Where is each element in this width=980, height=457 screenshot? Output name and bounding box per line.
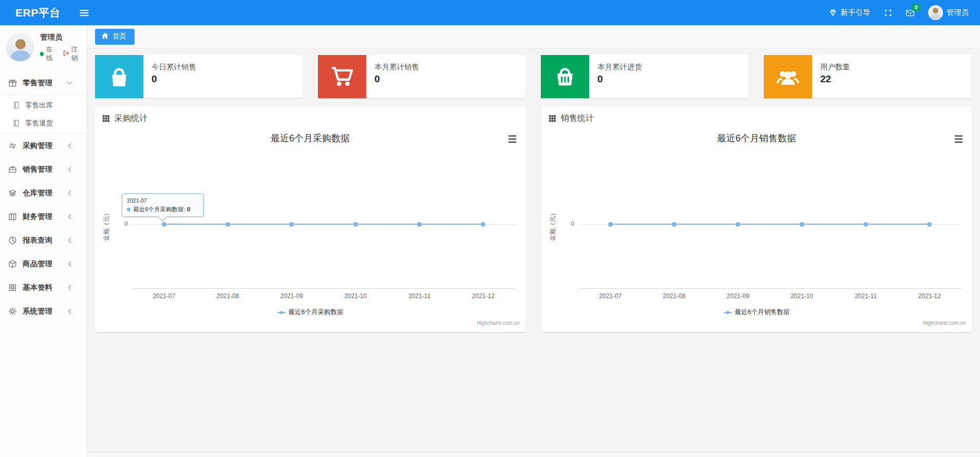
x-axis-label: 2021-12 — [472, 293, 495, 300]
legend-item[interactable]: 最近6个月销售数据 — [546, 308, 967, 317]
sidebar-subitem-0-0[interactable]: 零售出库 — [0, 96, 87, 114]
stat-card-label: 今日累计销售 — [152, 62, 196, 72]
sidebar-item-4[interactable]: 财务管理 — [0, 205, 87, 228]
data-point[interactable] — [353, 222, 358, 227]
sidebar-user-panel: 管理员 在线 注销 — [0, 25, 87, 71]
repeat-icon — [8, 141, 17, 150]
legend-label: 最近6个月采购数据 — [289, 308, 344, 317]
chevron-left-icon — [65, 260, 74, 268]
stat-card-label: 用户数量 — [820, 62, 850, 72]
sidebar-menu: 零售管理零售出库零售退货采购管理销售管理仓库管理财务管理报表查询商品管理基本资料… — [0, 71, 87, 323]
stat-card-value: 22 — [820, 74, 850, 85]
messages-button[interactable]: 0 — [906, 8, 915, 17]
footer-divider — [87, 452, 980, 457]
legend-label: 最近6个月销售数据 — [735, 308, 790, 317]
legend-marker-icon — [277, 309, 286, 316]
sales-chart: 最近6个月销售数据金额（元）02021-072021-082021-092021… — [546, 126, 967, 329]
stat-card-value: 0 — [152, 74, 196, 85]
logout-label: 注销 — [71, 45, 81, 63]
chart-title: 最近6个月采购数据 — [100, 132, 520, 144]
chevron-down-icon — [65, 79, 74, 87]
purchase-stats-panel: 采购统计 最近6个月采购数据金额（元）02021-072021-082021-0… — [95, 106, 525, 332]
x-axis-label: 2021-11 — [408, 293, 430, 300]
sidebar-item-8[interactable]: 系统管理 — [0, 299, 87, 323]
data-point[interactable] — [800, 222, 804, 227]
chevron-left-icon — [65, 283, 74, 292]
x-axis-label: 2021-12 — [918, 293, 941, 300]
sidebar-item-2[interactable]: 销售管理 — [0, 157, 87, 181]
main-content: 首页 今日累计销售0本月累计销售0本月累计进货0用户数量22 采购统计 最近6个… — [87, 25, 980, 457]
tab-home[interactable]: 首页 — [95, 29, 135, 45]
online-status-dot — [40, 52, 44, 56]
x-axis-label: 2021-08 — [216, 293, 239, 300]
data-point[interactable] — [608, 222, 613, 227]
gear-icon — [8, 307, 17, 316]
users-icon — [764, 55, 812, 98]
sidebar-subitem-0-1[interactable]: 零售退货 — [0, 114, 87, 132]
logout-button[interactable]: 注销 — [63, 45, 81, 63]
data-point[interactable] — [863, 222, 868, 227]
chevron-left-icon — [65, 307, 74, 316]
sidebar-username: 管理员 — [40, 32, 81, 42]
data-point[interactable] — [162, 222, 166, 227]
sidebar-item-0[interactable]: 零售管理 — [0, 71, 87, 95]
data-point[interactable] — [927, 222, 932, 227]
sidebar-item-label: 商品管理 — [23, 259, 52, 269]
chart-title: 最近6个月销售数据 — [546, 132, 967, 144]
file-icon — [12, 101, 20, 109]
chart-context-menu-button[interactable] — [952, 133, 965, 144]
stat-card-0: 今日累计销售0 — [95, 55, 303, 98]
y-axis-tick: 0 — [559, 221, 574, 227]
data-point[interactable] — [736, 222, 740, 227]
data-point[interactable] — [225, 222, 230, 227]
expand-icon — [884, 9, 892, 17]
sidebar-toggle-button[interactable] — [72, 8, 97, 18]
shopping-bag-icon — [95, 55, 143, 98]
fullscreen-button[interactable] — [884, 9, 892, 17]
beginner-guide-button[interactable]: 新手引导 — [828, 8, 871, 17]
user-menu[interactable]: 管理员 — [928, 5, 969, 20]
chart-context-menu-button[interactable] — [506, 133, 518, 144]
file-icon — [12, 119, 20, 127]
chevron-left-icon — [65, 141, 74, 150]
x-axis-label: 2021-09 — [280, 293, 303, 300]
highcharts-credits[interactable]: Highcharts.com.cn — [923, 320, 966, 326]
sidebar-item-7[interactable]: 基本资料 — [0, 276, 87, 299]
home-icon — [101, 32, 109, 41]
beginner-guide-label: 新手引导 — [841, 8, 871, 17]
series-line — [164, 224, 483, 225]
x-axis-label: 2021-07 — [599, 293, 621, 300]
sidebar-item-3[interactable]: 仓库管理 — [0, 181, 87, 205]
pie-chart-icon — [8, 236, 17, 245]
y-axis-title: 金额（元） — [102, 205, 111, 246]
sidebar-item-label: 财务管理 — [23, 212, 52, 222]
layers-icon — [8, 189, 17, 197]
sidebar-item-1[interactable]: 采购管理 — [0, 134, 87, 157]
sidebar-item-6[interactable]: 商品管理 — [0, 252, 87, 276]
tooltip-value: 0 — [187, 206, 190, 212]
data-point[interactable] — [481, 222, 485, 227]
tab-home-label: 首页 — [112, 32, 126, 41]
sidebar-item-5[interactable]: 报表查询 — [0, 228, 87, 252]
data-point[interactable] — [289, 222, 294, 227]
data-point[interactable] — [417, 222, 422, 227]
box-icon — [8, 260, 17, 268]
x-axis-line — [578, 288, 962, 289]
highcharts-credits[interactable]: Highcharts.com.cn — [477, 320, 519, 326]
briefcase-icon — [8, 165, 17, 174]
stat-card-label: 本月累计销售 — [374, 62, 419, 72]
x-axis-label: 2021-07 — [153, 293, 175, 300]
sign-out-icon — [63, 50, 69, 58]
app-brand: ERP平台 — [0, 6, 72, 20]
gift-icon — [8, 79, 17, 87]
sidebar-item-label: 报表查询 — [23, 235, 52, 245]
x-axis-label: 2021-08 — [663, 293, 685, 300]
grid-icon — [8, 283, 17, 292]
sidebar-item-label: 销售管理 — [23, 164, 52, 174]
chevron-left-icon — [65, 189, 74, 197]
th-grid-icon — [549, 115, 556, 122]
legend-marker-icon — [724, 309, 732, 316]
sidebar-item-label: 仓库管理 — [23, 188, 52, 198]
legend-item[interactable]: 最近6个月采购数据 — [100, 308, 520, 317]
data-point[interactable] — [672, 222, 676, 227]
